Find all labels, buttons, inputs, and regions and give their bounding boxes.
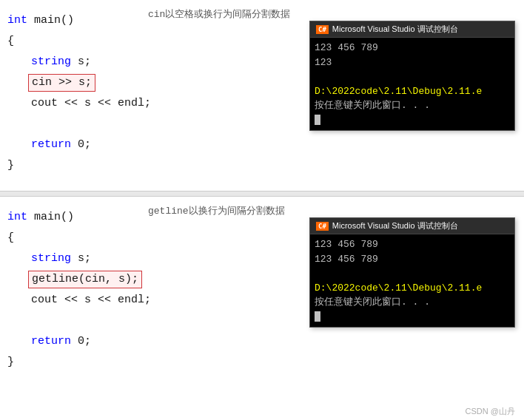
console-line-path-b: D:\2022code\2.11\Debug\2.11.e <box>315 281 510 296</box>
bottom-annotation-mono: getline <box>148 206 189 217</box>
section-divider <box>0 191 524 197</box>
console-line-close: 按任意键关闭此窗口. . . <box>315 98 510 113</box>
top-annotation-mono: cin <box>148 9 165 20</box>
main-func-b: main() <box>27 208 74 227</box>
bottom-console-window: C# Microsoft Visual Studio 调试控制台 123 456… <box>309 217 515 328</box>
code-line-empty <box>7 114 244 135</box>
return-val: 0; <box>71 135 91 155</box>
main-func: main() <box>27 11 74 30</box>
keyword-return-b: return <box>31 332 71 351</box>
var-s: s; <box>71 52 91 72</box>
brace-close-b: } <box>7 353 14 372</box>
code-line: string s; <box>7 248 244 269</box>
cout-statement: cout << s << endl; <box>31 94 151 113</box>
console-cursor-line-b <box>315 310 510 325</box>
console-line: 123 456 789 <box>315 237 510 252</box>
highlighted-code: cin >> s; <box>28 74 95 92</box>
bottom-console-title: Microsoft Visual Studio 调试控制台 <box>332 220 458 231</box>
top-annotation: cin以空格或换行为间隔分割数据 <box>148 7 290 21</box>
code-line-highlighted: cin >> s; <box>7 72 244 93</box>
code-line: { <box>7 228 244 248</box>
main-container: cin以空格或换行为间隔分割数据 int main() { string s; … <box>0 0 524 420</box>
top-code-block: int main() { string s; cin >> s; cout <<… <box>7 6 244 180</box>
keyword-string-b: string <box>31 249 71 268</box>
watermark: CSDN @山丹 <box>466 406 515 417</box>
vs-icon: C# <box>316 25 329 34</box>
cout-statement-b: cout << s << endl; <box>31 291 151 310</box>
var-s-b: s; <box>71 249 91 268</box>
console-line-empty <box>315 266 510 281</box>
console-line: 123 456 789 <box>315 252 510 267</box>
return-val-b: 0; <box>71 332 91 351</box>
keyword-int-b: int <box>7 208 27 227</box>
console-line: 123 456 789 <box>315 41 510 55</box>
vs-icon-b: C# <box>316 222 329 231</box>
top-annotation-text: 以空格或换行为间隔分割数据 <box>165 8 290 19</box>
top-console-title: Microsoft Visual Studio 调试控制台 <box>332 24 458 35</box>
top-console-body: 123 456 789 123 D:\2022code\2.11\Debug\2… <box>310 38 514 130</box>
brace-open-b: { <box>7 228 14 248</box>
brace-close: } <box>7 156 14 175</box>
console-line-close-b: 按任意键关闭此窗口. . . <box>315 295 510 310</box>
code-line: string s; <box>7 52 244 72</box>
cursor-icon <box>315 115 320 125</box>
top-console-titlebar: C# Microsoft Visual Studio 调试控制台 <box>310 21 514 38</box>
code-line-empty-b <box>7 311 244 331</box>
highlighted-code-b: getline(cin, s); <box>28 271 142 288</box>
bottom-annotation-text: 以换行为间隔分割数据 <box>189 205 285 216</box>
code-line: } <box>7 155 244 176</box>
cin-statement: cin >> s; <box>32 73 92 92</box>
getline-statement: getline(cin, s); <box>32 270 138 289</box>
brace-open: { <box>7 32 14 51</box>
keyword-int: int <box>7 11 27 30</box>
bottom-annotation: getline以换行为间隔分割数据 <box>148 204 285 217</box>
code-line: return 0; <box>7 331 244 352</box>
console-line: 123 <box>315 55 510 70</box>
bottom-code-block: int main() { string s; getline(cin, s); … <box>7 203 244 377</box>
code-line-highlighted-b: getline(cin, s); <box>7 269 244 290</box>
code-line: cout << s << endl; <box>7 290 244 311</box>
code-line: { <box>7 31 244 52</box>
keyword-return: return <box>31 135 71 155</box>
code-line: } <box>7 352 244 373</box>
top-console-window: C# Microsoft Visual Studio 调试控制台 123 456… <box>309 21 515 131</box>
console-line-path: D:\2022code\2.11\Debug\2.11.e <box>315 84 510 99</box>
bottom-console-titlebar: C# Microsoft Visual Studio 调试控制台 <box>310 218 514 234</box>
top-section: cin以空格或换行为间隔分割数据 int main() { string s; … <box>0 0 524 191</box>
cursor-icon-b <box>315 311 320 322</box>
bottom-console-body: 123 456 789 123 456 789 D:\2022code\2.11… <box>310 234 514 327</box>
code-line: return 0; <box>7 135 244 155</box>
bottom-section: getline以换行为间隔分割数据 int main() { string s;… <box>0 197 524 420</box>
console-line-empty <box>315 70 510 84</box>
keyword-string: string <box>31 52 71 72</box>
console-cursor-line <box>315 113 510 128</box>
code-line: cout << s << endl; <box>7 93 244 114</box>
